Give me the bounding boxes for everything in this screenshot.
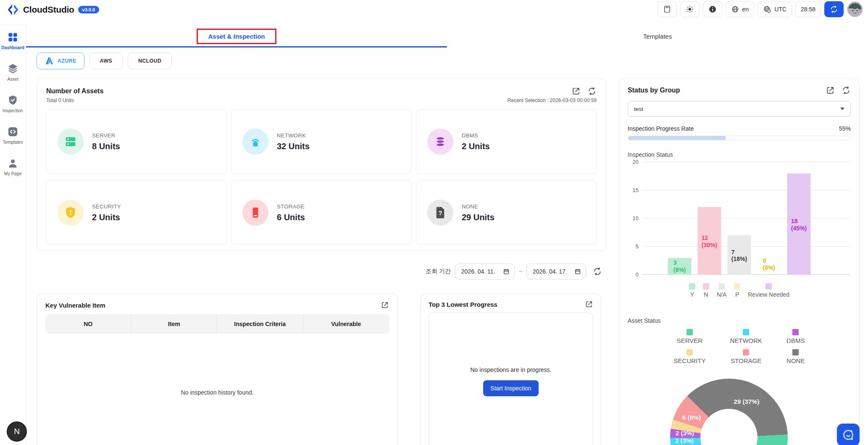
asset-type-label: NETWORK [277, 132, 310, 139]
topbar-actions: en UTC 28:58 [658, 1, 863, 17]
sidebar-label: Templates [3, 140, 23, 145]
asset-cell-dbms: DBMS2 Units [416, 109, 597, 174]
person-icon [7, 158, 18, 169]
number-of-assets-card: Number of Assets Total 0 Units Recent Se… [37, 79, 606, 251]
sidebar-label: Inspection [3, 108, 23, 113]
dbms-icon [427, 129, 453, 155]
sidebar-item-inspection[interactable]: Inspection [0, 95, 26, 113]
inspection-status-label: Inspection Status [628, 151, 851, 158]
chevron-down-icon [840, 108, 844, 110]
tab-asset-inspection[interactable]: Asset & Inspection [26, 25, 447, 47]
inspection-progress-bar [628, 136, 851, 140]
avatar[interactable] [847, 1, 863, 17]
chat-fab[interactable] [837, 424, 860, 445]
asset-unit-count: 32 Units [277, 142, 310, 151]
donut-label-none: 29 (37%) [734, 398, 760, 405]
timezone-label: UTC [774, 6, 786, 13]
svg-text:?: ? [439, 210, 442, 216]
asset-type-label: SECURITY [92, 203, 121, 210]
language-button[interactable]: en [726, 1, 755, 17]
column-header-inspection-criteria: Inspection Criteria [217, 314, 303, 334]
asset-status-legend: SERVERNETWORKDBMSSECURITYSTORAGENONE [628, 329, 851, 364]
external-link-icon[interactable] [571, 87, 581, 96]
provider-aws[interactable]: AWS [89, 53, 123, 69]
timezone-button[interactable]: UTC [758, 1, 792, 17]
globe-clock-icon [763, 5, 771, 13]
start-date-input[interactable]: 2026. 04. 11. [455, 263, 515, 279]
donut-hole [700, 409, 758, 445]
date-filter-row: 조회 기간 2026. 04. 11. ~ 2026. 04. 17. [37, 263, 606, 279]
info-button[interactable] [703, 1, 722, 17]
bar-review-needed: 18(45%) [784, 162, 814, 275]
sidebar-item-asset[interactable]: Asset [0, 63, 26, 82]
storage-icon [242, 200, 268, 226]
security-icon [58, 200, 84, 226]
provider-ncloud[interactable]: NCLOUD [128, 53, 172, 69]
asset-unit-count: 29 Units [462, 213, 494, 222]
date-refresh-icon[interactable] [593, 267, 602, 276]
legend-item-server: SERVER [674, 329, 706, 344]
session-timer[interactable]: 28:58 [795, 1, 821, 17]
server-icon [58, 129, 84, 155]
table-header: NO Item Inspection Criteria Vulnerable [45, 314, 389, 334]
donut-label-dbms: 2 (3%) [675, 437, 694, 444]
code-box-icon [7, 126, 18, 137]
refresh-icon [830, 5, 838, 13]
manual-button[interactable] [658, 1, 677, 17]
cloudstudio-logo-icon [7, 3, 19, 16]
inspection-progress-label: Inspection Progress Rate [628, 125, 694, 132]
refresh-icon[interactable] [587, 87, 597, 96]
top3-lowest-progress-card: Top 3 Lowest Progress No inspections are… [421, 294, 601, 445]
version-badge: v3.0.0 [78, 6, 100, 13]
legend-item: N/A [717, 283, 726, 298]
date-separator: ~ [519, 268, 522, 275]
donut-label-security: 2 (3%) [676, 429, 694, 437]
tab-templates[interactable]: Templates [447, 25, 868, 47]
sidebar-label: Dashboard [1, 45, 24, 50]
refresh-icon[interactable] [842, 86, 851, 95]
asset-cell-server: SERVER8 Units [46, 109, 227, 174]
asset-cell-none: ?NONE29 Units [416, 180, 597, 245]
asset-unit-count: 2 Units [92, 213, 121, 222]
donut-label-storage: 6 (8%) [682, 414, 701, 421]
card-title: Number of Assets [46, 87, 103, 95]
group-select[interactable]: test [628, 101, 851, 117]
sidebar-item-my-page[interactable]: My Page [0, 158, 26, 176]
end-date-input[interactable]: 2026. 04. 17. [526, 263, 586, 279]
none-icon: ? [427, 200, 453, 226]
globe-icon [731, 5, 739, 13]
start-inspection-button[interactable]: Start Inspection [483, 380, 538, 396]
asset-unit-count: 6 Units [277, 213, 305, 222]
brand: CloudStudio v3.0.0 [7, 1, 99, 18]
provider-azure[interactable]: AZURE [37, 53, 84, 69]
asset-status-donut-wrap: 29 (37%) 6 (8%) 2 (3%) 2 (3%) [628, 369, 851, 440]
key-vulnerable-item-card: Key Vulnerable Item NO Item Inspection C… [37, 294, 398, 445]
external-link-icon[interactable] [381, 301, 389, 309]
book-icon [663, 5, 671, 13]
legend-item: Review Needed [748, 283, 789, 298]
sidebar-item-dashboard[interactable]: Dashboard [0, 32, 26, 50]
status-by-group-card: Status by Group test Inspection Progress… [619, 79, 860, 445]
theme-button[interactable] [680, 1, 700, 17]
external-link-icon[interactable] [585, 300, 593, 308]
external-link-icon[interactable] [826, 86, 835, 95]
inspection-status-chart: 051015203(8%)12(30%)7(18%)0(0%)18(45%) [628, 162, 851, 275]
asset-type-label: NONE [462, 203, 494, 210]
provider-tabs: AZURE AWS NCLOUD [37, 53, 860, 69]
notification-fab[interactable]: N [7, 421, 27, 442]
asset-unit-count: 8 Units [92, 142, 120, 151]
topbar: CloudStudio v3.0.0 en [0, 0, 868, 25]
calendar-icon [503, 268, 510, 275]
bar-y: 3(8%) [665, 162, 694, 275]
refresh-button[interactable] [824, 1, 844, 17]
column-header-vulnerable: Vulnerable [303, 314, 389, 334]
asset-status-label: Asset Status [628, 317, 851, 324]
main-content: AZURE AWS NCLOUD Number of Assets [26, 47, 868, 445]
sidebar-item-templates[interactable]: Templates [0, 126, 26, 145]
bar-n-a: 7(18%) [724, 162, 754, 275]
sidebar-label: My Page [4, 171, 21, 176]
calendar-icon [574, 268, 581, 275]
sidebar-label: Asset [7, 76, 18, 82]
empty-state-text: No inspection history found. [45, 334, 389, 445]
left-column: Number of Assets Total 0 Units Recent Se… [37, 79, 606, 445]
